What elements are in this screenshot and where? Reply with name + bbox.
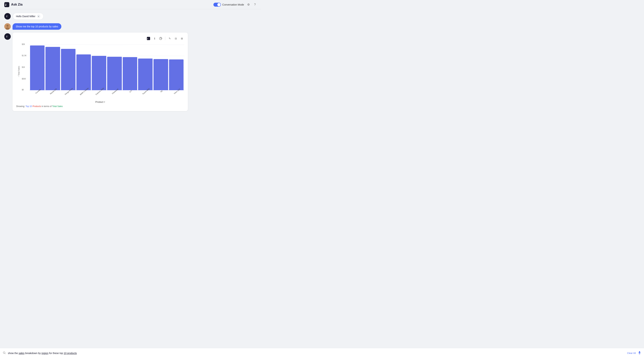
showing-total-sales: Total Sales bbox=[52, 105, 63, 108]
grid-area: $2K $1.5K $1K $500 bbox=[29, 44, 184, 90]
x-label-gti-wrapper: GTI bbox=[123, 90, 137, 99]
settings-icon[interactable]: ⚙ bbox=[246, 3, 250, 7]
greeting-chevron-icon[interactable]: ▾ bbox=[37, 15, 40, 18]
chart-edit-icon[interactable]: ✎ bbox=[168, 36, 172, 41]
chart-save-icon[interactable]: ⊟ bbox=[174, 36, 178, 41]
bar-corvette-fill bbox=[30, 46, 44, 90]
bar-volvo2c2-fill bbox=[169, 60, 184, 90]
svg-text:Z: Z bbox=[6, 16, 7, 17]
bar-bmw3-fill bbox=[76, 55, 91, 90]
svg-point-5 bbox=[6, 25, 8, 27]
conversation-mode-toggle-container: Conversation Mode bbox=[214, 3, 244, 7]
user-message-row: Show me the top 10 products by sales bbox=[4, 23, 257, 30]
x-axis-labels: Corvette Mazda 626 Range Rover BMW 3 Ser… bbox=[29, 90, 184, 99]
bars-container bbox=[29, 44, 184, 90]
svg-text:Z: Z bbox=[5, 4, 6, 6]
showing-top10: Top 10 bbox=[26, 105, 32, 108]
bar-express3500-fill bbox=[92, 56, 106, 90]
x-label-mazda626-wrapper: Mazda 626 bbox=[46, 90, 60, 99]
chart-type-icon[interactable] bbox=[158, 36, 163, 41]
showing-products: Products bbox=[32, 105, 41, 108]
x-label-r8: R8 bbox=[160, 90, 163, 93]
bar-gti bbox=[123, 44, 137, 90]
chart-toolbar: Z ℹ ✎ ⊟ ⊞ bbox=[16, 36, 184, 41]
toolbar-divider bbox=[165, 37, 165, 40]
user-message-bubble: Show me the top 10 products by sales bbox=[12, 23, 61, 30]
greeting-row: Z Hello David Miller ▾ bbox=[4, 13, 257, 20]
x-label-r8-wrapper: R8 bbox=[154, 90, 168, 99]
x-axis-title-row[interactable]: Product ▾ bbox=[16, 101, 184, 103]
svg-text:Z: Z bbox=[147, 38, 148, 40]
bar-r8-fill bbox=[154, 59, 168, 90]
bar-fleetwood-fill bbox=[107, 57, 122, 90]
bar-toyotamr2-fill bbox=[138, 59, 152, 90]
showing-text: Showing: Top 10 Products in terms of Tot… bbox=[16, 105, 184, 108]
chart-info-icon[interactable]: ℹ bbox=[152, 36, 157, 41]
bar-bmw3 bbox=[76, 44, 91, 90]
bar-express3500 bbox=[92, 44, 106, 90]
svg-text:Z: Z bbox=[6, 36, 7, 38]
grid-label-0: $0 bbox=[22, 89, 24, 91]
showing-prefix: Showing: bbox=[16, 105, 25, 108]
x-label-gti: GTI bbox=[129, 90, 132, 93]
bar-mazda626 bbox=[46, 44, 60, 90]
bar-fleetwood bbox=[107, 44, 122, 90]
x-label-express3500-wrapper: Express 3500 bbox=[92, 90, 106, 99]
conversation-mode-label: Conversation Mode bbox=[222, 3, 244, 6]
main-content: Z Hello David Miller ▾ Show me the top 1… bbox=[0, 9, 261, 133]
showing-middle: in terms of bbox=[42, 105, 52, 108]
bar-r8 bbox=[154, 44, 168, 90]
chart-area: $2K $1.5K $1K $500 bbox=[22, 44, 184, 99]
header-left: Z Ask Zia bbox=[4, 2, 22, 7]
header: Z Ask Zia Conversation Mode ⚙ ? bbox=[0, 0, 261, 9]
user-avatar bbox=[4, 23, 11, 30]
x-label-bmw3-wrapper: BMW 3 Series bbox=[76, 90, 91, 99]
x-label-fleetwood-wrapper: Fleetwood bbox=[107, 90, 122, 99]
header-right: Conversation Mode ⚙ ? bbox=[214, 3, 257, 7]
grid-label-500: $500 bbox=[22, 78, 26, 80]
bar-range-rover bbox=[61, 44, 76, 90]
y-axis-label: › Total Sales bbox=[18, 66, 20, 77]
chart-grid-icon[interactable]: ⊞ bbox=[180, 36, 184, 41]
x-axis-chevron-icon: ▾ bbox=[104, 101, 105, 103]
bar-toyotamr2 bbox=[138, 44, 152, 90]
grid-label-2k: $2K bbox=[22, 43, 25, 45]
grid-label-1-5k: $1.5K bbox=[22, 55, 26, 57]
x-label-volvo2c2-wrapper: Volvo 2C2 bbox=[169, 90, 184, 99]
zia-response-avatar: Z bbox=[4, 33, 11, 40]
user-message-text: Show me the top 10 products by sales bbox=[16, 25, 58, 28]
bar-volvo2c2 bbox=[169, 44, 184, 90]
bar-range-rover-fill bbox=[61, 49, 76, 90]
x-axis-title: Product bbox=[95, 101, 104, 103]
conversation-mode-toggle[interactable] bbox=[214, 3, 221, 7]
x-label-range-rover-wrapper: Range Rover bbox=[61, 90, 76, 99]
x-label-corvette-wrapper: Corvette bbox=[30, 90, 44, 99]
x-label-toyotamr2-wrapper: Toyota MR2 bbox=[138, 90, 152, 99]
chart-card: Z ℹ ✎ ⊟ ⊞ bbox=[12, 33, 188, 111]
bar-corvette bbox=[30, 44, 44, 90]
bar-mazda626-fill bbox=[46, 47, 60, 90]
greeting-text: Hello David Miller bbox=[16, 15, 36, 18]
chart-card-wrapper: Z Z ℹ ✎ bbox=[4, 33, 257, 111]
bar-gti-fill bbox=[123, 57, 137, 90]
greeting-bubble[interactable]: Hello David Miller ▾ bbox=[13, 13, 44, 20]
grid-label-1k: $1K bbox=[22, 66, 25, 68]
zia-logo-icon: Z bbox=[4, 2, 9, 7]
zia-avatar: Z bbox=[4, 13, 11, 20]
chart-zia-icon[interactable]: Z bbox=[146, 36, 151, 41]
help-icon[interactable]: ? bbox=[253, 3, 257, 7]
app-title: Ask Zia bbox=[11, 3, 22, 7]
